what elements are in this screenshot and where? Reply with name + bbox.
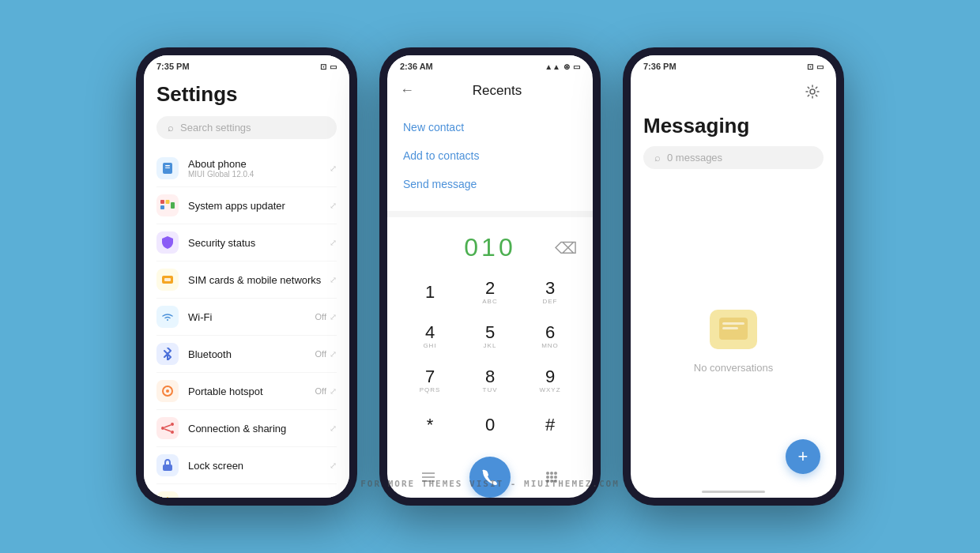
wifi-label: Wi-Fi: [188, 311, 315, 323]
about-phone-sublabel: MIUI Global 12.0.4: [188, 170, 330, 179]
key-3[interactable]: 3 DEF: [523, 272, 577, 313]
key-6[interactable]: 6 MNO: [523, 316, 577, 357]
messaging-status-icons: ⊡ ▭: [807, 62, 824, 71]
settings-title: Settings: [156, 74, 337, 116]
sharing-icon: [156, 417, 179, 439]
security-label: Security status: [188, 237, 330, 249]
lock-arrow: ⤢: [330, 461, 337, 471]
key-5[interactable]: 5 JKL: [463, 316, 517, 357]
settings-status-icons: ⊡ ▭: [320, 62, 337, 71]
svg-rect-6: [171, 202, 175, 209]
messaging-status-bar: 7:36 PM ⊡ ▭: [631, 55, 836, 74]
settings-search-icon: ⌕: [168, 122, 174, 134]
msg-camera-icon: ⊡: [807, 62, 813, 71]
wifi-text: Wi-Fi: [188, 311, 315, 323]
bluetooth-right: Off ⤢: [315, 349, 337, 359]
compose-button[interactable]: +: [786, 439, 820, 474]
sim-icon: [156, 269, 179, 291]
svg-point-34: [810, 89, 815, 94]
add-to-contacts-item[interactable]: Add to contacts: [387, 141, 593, 170]
phone-dialer: 2:36 AM ▲▲ ⊛ ▭ ← Recents New contact Add…: [379, 47, 601, 506]
svg-point-33: [554, 480, 557, 483]
key-7[interactable]: 7 PQRS: [403, 360, 457, 401]
hotspot-text: Portable hotspot: [188, 386, 315, 397]
security-icon: [156, 231, 179, 254]
svg-point-12: [171, 423, 174, 426]
contacts-button[interactable]: [413, 461, 444, 493]
messaging-empty-text: No conversations: [694, 362, 773, 374]
settings-item-sim[interactable]: SIM cards & mobile networks ⤢: [156, 261, 337, 299]
about-phone-text: About phone MIUI Global 12.0.4: [188, 158, 330, 179]
security-arrow: ⤢: [330, 238, 337, 248]
dialer-title: Recents: [414, 83, 580, 99]
bluetooth-value: Off: [315, 349, 326, 359]
new-contact-item[interactable]: New contact: [387, 113, 593, 141]
key-hash[interactable]: #: [523, 404, 577, 446]
key-2[interactable]: 2 ABC: [463, 272, 517, 313]
settings-item-sharing[interactable]: Connection & sharing ⤢: [156, 410, 337, 447]
phones-container: 7:35 PM ⊡ ▭ Settings ⌕ Search settings: [136, 47, 844, 506]
settings-item-about-phone[interactable]: About phone MIUI Global 12.0.4 ⤢: [156, 150, 337, 187]
messaging-title: Messaging: [631, 107, 836, 146]
settings-item-wifi[interactable]: Wi-Fi Off ⤢: [156, 299, 337, 336]
system-apps-text: System apps updater: [188, 200, 330, 212]
key-0[interactable]: 0: [463, 404, 517, 446]
settings-item-bluetooth[interactable]: Bluetooth Off ⤢: [156, 336, 337, 373]
dialer-number: 010: [464, 233, 515, 262]
key-9[interactable]: 9 WXYZ: [523, 360, 577, 401]
msg-battery-icon: ▭: [816, 62, 824, 71]
key-4[interactable]: 4 GHI: [403, 316, 457, 357]
svg-rect-2: [165, 167, 170, 168]
settings-content: Settings ⌕ Search settings About phone M…: [144, 74, 349, 498]
call-button[interactable]: [469, 457, 511, 498]
wifi-status-icon: ⊛: [564, 62, 570, 71]
settings-item-display[interactable]: Display ⤢: [156, 484, 337, 498]
about-phone-label: About phone: [188, 158, 330, 170]
send-message-item[interactable]: Send message: [387, 170, 593, 198]
display-arrow: ⤢: [330, 498, 337, 498]
sim-arrow: ⤢: [330, 275, 337, 285]
wifi-value: Off: [315, 312, 326, 322]
messaging-nav-bar: [631, 485, 836, 498]
bluetooth-icon: [156, 343, 179, 365]
svg-line-14: [164, 425, 171, 427]
keypad-row-4: * 0 #: [400, 404, 580, 446]
messaging-nav-indicator: [702, 491, 765, 493]
delete-button[interactable]: ⌫: [555, 239, 577, 258]
hotspot-value: Off: [315, 386, 326, 396]
sim-label: SIM cards & mobile networks: [188, 274, 330, 286]
svg-point-11: [161, 427, 164, 430]
key-1[interactable]: 1: [403, 272, 457, 313]
messaging-search-icon: ⌕: [654, 152, 661, 164]
bluetooth-text: Bluetooth: [188, 348, 315, 360]
settings-search-bar[interactable]: ⌕ Search settings: [156, 116, 337, 139]
settings-item-hotspot[interactable]: Portable hotspot Off ⤢: [156, 373, 337, 410]
sim-right: ⤢: [330, 275, 337, 285]
about-phone-arrow: ⤢: [330, 164, 337, 174]
camera-icon: ⊡: [320, 62, 326, 71]
hotspot-right: Off ⤢: [315, 386, 337, 397]
hotspot-icon: [156, 380, 179, 402]
messaging-empty-icon: [710, 310, 757, 349]
svg-point-10: [166, 389, 169, 393]
key-star[interactable]: *: [403, 404, 457, 446]
messaging-header: [631, 74, 836, 107]
svg-point-13: [171, 431, 174, 434]
settings-gear-button[interactable]: [801, 81, 824, 103]
dialer-menu-items: New contact Add to contacts Send message: [387, 107, 593, 205]
phone-messaging: 7:36 PM ⊡ ▭ Messaging ⌕ 0 messages: [623, 47, 844, 506]
settings-screen: 7:35 PM ⊡ ▭ Settings ⌕ Search settings: [144, 55, 349, 498]
settings-item-lock[interactable]: Lock screen ⤢: [156, 447, 337, 484]
hotspot-arrow: ⤢: [330, 386, 337, 397]
security-text: Security status: [188, 237, 330, 249]
svg-point-31: [546, 480, 549, 483]
back-button[interactable]: ←: [400, 82, 414, 99]
security-right: ⤢: [330, 238, 337, 248]
svg-rect-5: [166, 200, 170, 204]
settings-item-system-apps[interactable]: System apps updater ⤢: [156, 187, 337, 224]
keypad-toggle-button[interactable]: [536, 461, 567, 493]
settings-item-security[interactable]: Security status ⤢: [156, 224, 337, 261]
about-phone-icon: [156, 157, 179, 179]
messaging-search-bar[interactable]: ⌕ 0 messages: [643, 146, 824, 169]
key-8[interactable]: 8 TUV: [463, 360, 517, 401]
